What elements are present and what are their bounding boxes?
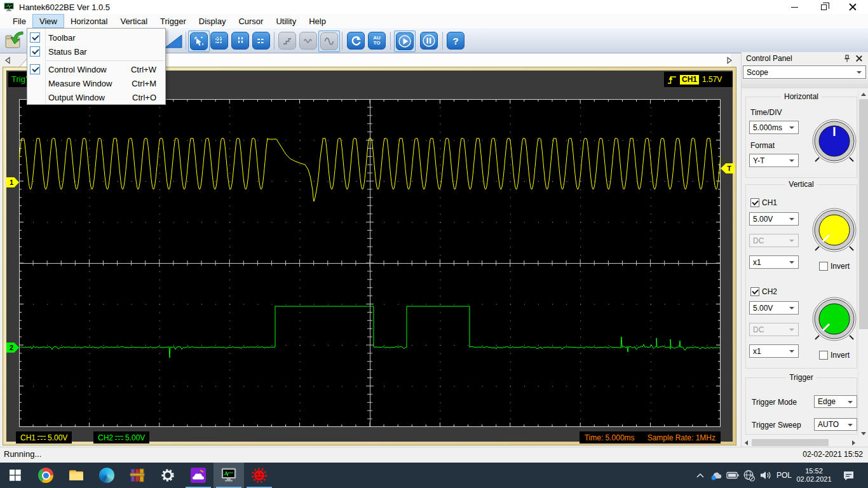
- taskbar-explorer[interactable]: [61, 463, 92, 488]
- trigger-mode-select[interactable]: Edge: [814, 395, 857, 408]
- menu-file[interactable]: File: [6, 14, 32, 28]
- tray-battery[interactable]: [724, 463, 741, 488]
- car-app-icon: [190, 467, 207, 484]
- tab-scroll-right-icon[interactable]: [726, 57, 733, 64]
- taskbar-car-app[interactable]: [183, 463, 214, 488]
- tray-clock[interactable]: 15:52 02.02.2021: [794, 463, 834, 488]
- ch1-enable-checkbox[interactable]: [750, 198, 759, 207]
- menu-utility[interactable]: Utility: [269, 14, 302, 28]
- menu-item-control-window[interactable]: Control Window Ctrl+W: [27, 62, 165, 76]
- wave-icon: [303, 36, 313, 46]
- auto-setup-button[interactable]: AUTO: [368, 32, 386, 50]
- app-icon: [4, 3, 14, 11]
- menu-item-toolbar[interactable]: Toolbar: [27, 30, 165, 44]
- pause-button[interactable]: [420, 32, 438, 50]
- tray-language[interactable]: POL: [773, 463, 796, 488]
- scroll-down-icon[interactable]: [858, 429, 868, 438]
- step-wave-button[interactable]: [278, 32, 296, 50]
- vertical-bars-icon: [235, 36, 245, 46]
- horizontal-knob[interactable]: [808, 114, 861, 168]
- grid-cursors-button[interactable]: [210, 32, 228, 50]
- menu-item-output-window[interactable]: Output Window Ctrl+O: [27, 90, 165, 104]
- menu-horizontal[interactable]: Horizontal: [64, 14, 114, 28]
- ch2-invert-checkbox[interactable]: [819, 351, 828, 360]
- tray-time: 15:52: [796, 467, 831, 475]
- tray-onedrive[interactable]: [708, 463, 724, 488]
- ch1-invert-checkbox[interactable]: [819, 262, 828, 271]
- tray-volume[interactable]: [757, 463, 774, 488]
- ch2-scale-select[interactable]: 5.00V: [749, 301, 799, 315]
- time-info: Time: 5.000ms: [585, 433, 635, 442]
- menu-cursor[interactable]: Cursor: [232, 14, 269, 28]
- format-select[interactable]: Y-T: [749, 154, 799, 167]
- ch2-probe-select[interactable]: x1: [749, 344, 799, 358]
- windows-logo-icon: [10, 470, 21, 481]
- scope-window: Trig'd CH1 1.57V 1 2 T CH15.00V CH25.00V…: [3, 67, 736, 445]
- taskbar-chrome[interactable]: [31, 463, 61, 488]
- vertical-group-title: Vertical: [785, 180, 817, 189]
- ch1-scale-select[interactable]: 5.00V: [749, 212, 799, 226]
- open-reference-button[interactable]: [4, 30, 25, 54]
- scrollbar-thumb[interactable]: [752, 439, 829, 446]
- panel-horizontal-scrollbar[interactable]: [742, 438, 858, 447]
- menu-item-status-bar[interactable]: Status Bar: [27, 44, 165, 58]
- menu-display[interactable]: Display: [193, 14, 233, 28]
- check-icon: [30, 64, 40, 74]
- taskbar-scope-app[interactable]: [214, 463, 244, 488]
- scroll-right-icon[interactable]: [850, 438, 858, 447]
- horizontal-cursors-button[interactable]: [252, 32, 270, 50]
- toolbar-separator: [390, 32, 391, 50]
- ch1-position-knob[interactable]: [808, 203, 861, 257]
- multiwave-button[interactable]: [299, 32, 317, 50]
- oscilloscope-app-icon: [220, 467, 237, 484]
- battery-icon: [726, 471, 740, 480]
- taskbar-settings[interactable]: [153, 463, 183, 488]
- start-button[interactable]: [0, 463, 31, 488]
- cursor-select-button[interactable]: [188, 30, 210, 52]
- sine-wave-button[interactable]: [318, 30, 340, 52]
- refresh-button[interactable]: [347, 32, 365, 50]
- scrollbar-thumb[interactable]: [859, 99, 868, 329]
- taskbar-winrar[interactable]: [122, 463, 153, 488]
- ch2-checkbox-label: CH2: [762, 287, 777, 296]
- panel-vertical-scrollbar[interactable]: [858, 89, 868, 438]
- speaker-icon: [760, 470, 772, 480]
- menu-vertical[interactable]: Vertical: [114, 14, 154, 28]
- taskbar-edge[interactable]: [92, 463, 122, 488]
- ch1-probe-select[interactable]: x1: [749, 255, 799, 269]
- pin-icon[interactable]: [843, 54, 851, 63]
- scroll-left-icon[interactable]: [742, 438, 750, 447]
- restore-button[interactable]: [809, 0, 838, 14]
- tray-network[interactable]: [741, 463, 757, 488]
- red-sun-app-icon: [251, 467, 268, 484]
- sine-icon: [324, 36, 334, 46]
- menu-view[interactable]: View: [32, 14, 64, 28]
- close-button[interactable]: [838, 0, 867, 14]
- restore-icon: [821, 4, 827, 10]
- toolbar-separator: [342, 32, 342, 50]
- menu-help[interactable]: Help: [302, 14, 332, 28]
- tray-action-center[interactable]: [837, 463, 859, 488]
- tray-chevron[interactable]: [693, 463, 708, 488]
- trigger-mode-label: Trigger Mode: [752, 398, 797, 407]
- ramp-display-button[interactable]: [164, 32, 183, 52]
- run-button[interactable]: [394, 30, 416, 52]
- trigger-sweep-select[interactable]: AUTO: [814, 418, 857, 431]
- vertical-cursors-button[interactable]: [231, 32, 249, 50]
- tab-scroll-left-icon[interactable]: [4, 57, 11, 64]
- control-panel-close-icon[interactable]: [855, 54, 864, 63]
- check-icon: [30, 32, 40, 43]
- horizontal-bars-icon: [256, 36, 266, 46]
- ch2-enable-checkbox[interactable]: [750, 287, 759, 296]
- step-icon: [282, 36, 292, 46]
- taskbar-red-app[interactable]: [244, 463, 275, 488]
- help-button[interactable]: ?: [447, 32, 465, 50]
- scroll-up-icon[interactable]: [858, 89, 868, 98]
- panel-mode-select[interactable]: Scope: [743, 65, 866, 79]
- menu-item-measure-window[interactable]: Measure Window Ctrl+M: [27, 76, 165, 90]
- tray-date: 02.02.2021: [796, 475, 831, 484]
- ch2-position-knob[interactable]: [808, 292, 861, 346]
- menu-trigger[interactable]: Trigger: [154, 14, 193, 28]
- time-div-select[interactable]: 5.000ms: [749, 121, 799, 134]
- minimize-button[interactable]: [780, 0, 809, 14]
